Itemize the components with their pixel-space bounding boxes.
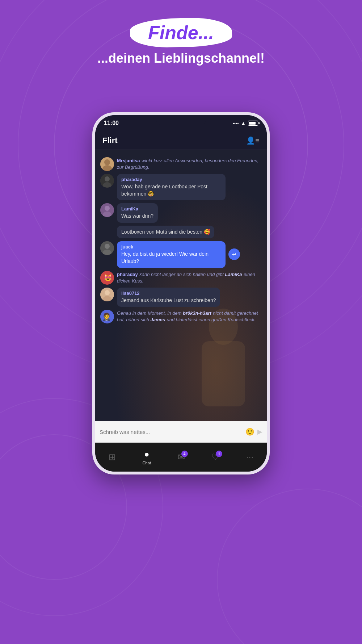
message-bubble-blue: juack Hey, da bist du ja wieder! Wie war… [117,241,226,268]
message-text: und hinterlässt einen großen Knutschflec… [167,317,256,322]
status-time: 11:00 [104,120,119,126]
input-area: 🙂 ▶ [95,421,267,443]
svg-point-10 [104,159,110,165]
nav-item-mail[interactable]: ✉ 4 [178,452,185,462]
nav-item-chat[interactable]: ● Chat [143,449,151,465]
avatar [100,288,114,301]
message-row: juack Hey, da bist du ja wieder! Wie war… [100,241,262,268]
finde-wrapper: Finde... [137,22,225,43]
message-bubble-plain: Lootboxen von Mutti sind die besten 🥰 [117,226,214,239]
message-username: Mrsjaniisa [117,158,140,163]
nav-item-grid[interactable]: ⊞ [109,452,116,462]
svg-rect-8 [202,341,245,406]
avatar [100,203,114,217]
app-title: Flirt [102,136,118,145]
avatar: 🤵 [100,310,114,323]
members-icon[interactable]: 👤≡ [246,136,260,145]
app-header: Flirt 👤≡ [95,131,267,150]
avatar: 😻 [100,271,114,285]
message-row: 😻 pharaday kann nicht länger an sich hal… [100,271,262,285]
signal-icon: ▪▪▪▪ [232,121,239,126]
message-text: Was war drin? [121,213,153,220]
avatar [100,241,114,255]
top-section: Finde... ...deinen Lieblingschannel! [0,22,362,66]
phone-container: 11:00 ▪▪▪▪ ▲ Flirt 👤≡ [92,112,270,474]
message-content: pharaday kann nicht länger an sich halte… [117,271,262,284]
bottom-navigation: ⊞ ● Chat ✉ 4 ♡ 1 ··· [95,443,267,472]
message-username: LamiKa [121,206,153,212]
message-text: Genau in dem Moment, in dem [117,310,183,316]
message-username: lisa0712 [121,290,216,296]
phone-inner: 11:00 ▪▪▪▪ ▲ Flirt 👤≡ [95,115,267,472]
chat-messages: Mrsjaniisa winkt kurz allen Anwesenden, … [95,154,267,327]
phone-notch [156,115,206,125]
message-bubble: lisa0712 Jemand aus Karlsruhe Lust zu sc… [117,288,220,307]
nav-item-more[interactable]: ··· [246,452,253,462]
chat-icon: ● [144,449,150,459]
svg-text:🤵: 🤵 [102,312,111,321]
message-username-bold: br0k3n-h3art [183,310,211,316]
emoji-button[interactable]: 🙂 [245,427,254,436]
avatar [100,174,114,188]
battery-icon [248,121,258,126]
reply-button[interactable]: ↩ [228,248,240,260]
message-text: Jemand aus Karlsruhe Lust zu schreiben? [121,297,216,304]
message-bubble: pharaday Wow, hab gerade ne Lootbox per … [117,174,226,200]
message-row: LamiKa Was war drin? [100,203,262,223]
mail-badge: 4 [181,451,188,457]
message-username-bold: LamiKa [225,272,242,277]
subtitle: ...deinen Lieblingschannel! [97,51,265,66]
message-content: Genau in dem Moment, in dem br0k3n-h3art… [117,310,262,323]
svg-point-6 [217,489,362,644]
avatar [100,157,114,171]
svg-text:😻: 😻 [104,274,112,282]
message-row: pharaday Wow, hab gerade ne Lootbox per … [100,174,262,200]
message-text: kann nicht länger an sich halten und gib… [139,272,225,277]
message-username: pharaday [117,272,138,277]
more-icon: ··· [246,452,253,462]
send-button[interactable]: ▶ [257,428,262,436]
message-username: pharaday [121,177,221,182]
message-row: 🤵 Genau in dem Moment, in dem br0k3n-h3a… [100,310,262,323]
nav-item-heart[interactable]: ♡ 1 [211,452,219,462]
wifi-icon: ▲ [241,120,246,126]
message-row: Mrsjaniisa winkt kurz allen Anwesenden, … [100,157,262,171]
grid-icon: ⊞ [109,452,116,462]
svg-point-19 [105,244,110,249]
status-icons: ▪▪▪▪ ▲ [232,120,258,126]
message-username: juack [121,244,221,250]
message-content: Mrsjaniisa winkt kurz allen Anwesenden, … [117,157,262,170]
message-text: Wow, hab gerade ne Lootbox per Post beko… [121,183,221,197]
finde-title: Finde... [137,19,225,46]
svg-point-24 [105,290,110,295]
message-bubble: LamiKa Was war drin? [117,203,158,223]
phone-outer: 11:00 ▪▪▪▪ ▲ Flirt 👤≡ [92,112,270,474]
svg-point-13 [105,176,110,181]
message-text: Hey, da bist du ja wieder! Wie war dein … [121,251,221,265]
svg-point-16 [105,206,110,211]
chat-area: Mrsjaniisa winkt kurz allen Anwesenden, … [95,150,267,421]
heart-badge: 1 [216,451,222,457]
message-text: Lootboxen von Mutti sind die besten 🥰 [121,229,210,235]
chat-nav-label: Chat [143,461,151,465]
chat-input[interactable] [100,429,243,435]
message-row: lisa0712 Jemand aus Karlsruhe Lust zu sc… [100,288,262,307]
message-username-bold: James [151,317,165,322]
message-row-no-avatar: Lootboxen von Mutti sind die besten 🥰 [117,226,262,239]
